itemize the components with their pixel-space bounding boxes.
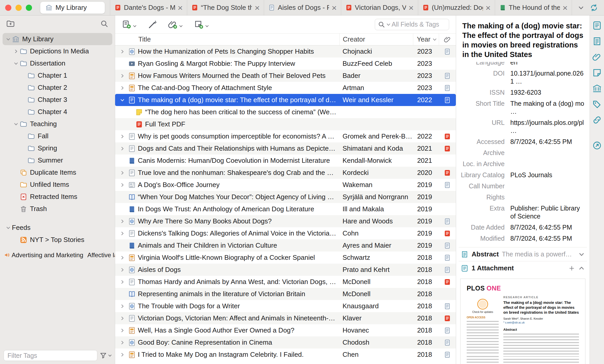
item-row[interactable]: Well, Has a Single Good Author Ever Owne…: [115, 324, 456, 336]
chevron-down-icon[interactable]: [578, 251, 585, 258]
item-row[interactable]: How the Humanization of Pets Is Changing…: [115, 45, 456, 58]
twisty-icon[interactable]: [12, 61, 20, 66]
libraries-collections-pane-button[interactable]: [592, 84, 602, 93]
field-value[interactable]: [510, 193, 584, 201]
attachments-pane-button[interactable]: [592, 52, 602, 62]
sidebar-item-duplicate-items[interactable]: Duplicate Items: [3, 166, 112, 179]
sidebar-item-chapter-3[interactable]: Chapter 3: [3, 94, 112, 106]
field-value[interactable]: 8/7/2024, 6:42:55 PM: [510, 138, 584, 146]
attachment-row[interactable]: Full Text PDF: [115, 118, 456, 130]
twisty-icon[interactable]: [119, 352, 126, 357]
sidebar-item-chapter-2[interactable]: Chapter 2: [3, 82, 112, 94]
item-row[interactable]: Why is pet goods consumption imperceptib…: [115, 130, 456, 142]
close-tab-icon[interactable]: ×: [178, 3, 183, 12]
field-value[interactable]: 1932-6203: [510, 88, 584, 96]
abstract-pane-button[interactable]: [592, 36, 602, 46]
tag-filter-options-icon[interactable]: [99, 352, 107, 359]
field-value[interactable]: [510, 160, 584, 168]
tags-pane-button[interactable]: [592, 99, 602, 109]
document-tab[interactable]: Dante's Dogs - Man×: [110, 0, 187, 15]
sidebar-item-summer[interactable]: Summer: [3, 154, 112, 166]
sidebar-item-unfiled-items[interactable]: Unfiled Items: [3, 179, 112, 191]
item-row[interactable]: Dickens's Talking Dogs: Allegories of An…: [115, 227, 456, 239]
chevron-up-icon[interactable]: [578, 265, 585, 272]
twisty-icon[interactable]: [119, 279, 126, 285]
item-row[interactable]: In Dogs We Trust: An Anthology of Americ…: [115, 203, 456, 215]
close-tab-icon[interactable]: ×: [409, 3, 414, 12]
abstract-section[interactable]: Abstract The media is a powerful forc…: [459, 247, 587, 261]
close-tab-icon[interactable]: ×: [486, 3, 491, 12]
twisty-icon[interactable]: [119, 340, 126, 345]
column-header-title[interactable]: Title: [115, 34, 339, 45]
tag-affective-labor[interactable]: Affective labor: [87, 252, 115, 258]
search-scope-chevron-icon[interactable]: [386, 22, 391, 27]
field-value[interactable]: 8/7/2024, 6:42:55 PM: [510, 234, 584, 242]
sidebar-item-retracted-items[interactable]: Retracted Items: [3, 191, 112, 203]
item-row[interactable]: Thomas Hardy and Animals by Anna West, a…: [115, 276, 456, 288]
sidebar-item-chapter-1[interactable]: Chapter 1: [3, 69, 112, 82]
twisty-icon[interactable]: [5, 37, 12, 42]
attachments-section[interactable]: 1 Attachment: [459, 261, 587, 275]
column-header-attachments[interactable]: [439, 34, 456, 45]
add-by-identifier-button[interactable]: [148, 20, 157, 29]
document-tab[interactable]: (Un)muzzled: Dogs ×: [418, 0, 495, 15]
field-value[interactable]: [510, 182, 584, 190]
sidebar-item-depictions-in-media[interactable]: Depictions In Media: [3, 45, 112, 57]
chevron-down-icon[interactable]: [108, 353, 112, 358]
sidebar-item-nyt-top-stories[interactable]: NYT > Top Stories: [3, 234, 112, 246]
tag-filter-input[interactable]: [4, 350, 97, 361]
document-tab[interactable]: Victorian Dogs, Vict×: [341, 0, 418, 15]
field-value[interactable]: The making of a (dog) mo …: [510, 100, 584, 116]
twisty-icon[interactable]: [119, 182, 126, 188]
field-value[interactable]: en: [510, 62, 584, 66]
twisty-icon[interactable]: [119, 316, 126, 321]
item-row[interactable]: The Cat-and-Dog Theory of Attachment Sty…: [115, 82, 456, 94]
item-row[interactable]: Aisles of DogsPrato and Kehrt2018: [115, 264, 456, 276]
twisty-icon[interactable]: [119, 255, 126, 260]
item-row[interactable]: Victorian Dogs, Victorian Men: Affect an…: [115, 312, 456, 324]
column-header-creator[interactable]: Creator: [339, 34, 413, 45]
sidebar-item-dissertation[interactable]: Dissertation: [3, 57, 112, 69]
twisty-icon[interactable]: [119, 98, 126, 103]
attachment-preview[interactable]: PLOSONE Check for updates OPEN ACCESS: [460, 279, 585, 364]
sidebar-item-teaching[interactable]: Teaching: [3, 118, 112, 130]
item-row[interactable]: A Dog's Box-Office JourneyWakeman2019: [115, 179, 456, 191]
twisty-icon[interactable]: [5, 225, 12, 230]
close-window-button[interactable]: [5, 5, 11, 11]
info-pane-button[interactable]: [592, 21, 602, 30]
item-row[interactable]: Good Boy: Canine Representation in Cinem…: [115, 336, 456, 349]
tab-my-library[interactable]: My Library: [40, 2, 105, 14]
field-value[interactable]: 8/7/2024, 6:42:55 PM: [510, 223, 584, 231]
sync-icon[interactable]: [590, 3, 598, 12]
twisty-icon[interactable]: [12, 49, 20, 54]
add-attachment-icon[interactable]: [568, 265, 575, 272]
twisty-icon[interactable]: [119, 73, 126, 78]
new-note-button[interactable]: [194, 20, 209, 29]
minimize-window-button[interactable]: [15, 5, 22, 11]
item-row[interactable]: “When Your Dog Matches Your Decor”: Obje…: [115, 191, 456, 203]
tab-list-chevron-icon[interactable]: [578, 4, 584, 11]
locate-button[interactable]: [592, 141, 602, 150]
item-row[interactable]: Animals and Their Children in Victorian …: [115, 239, 456, 252]
sidebar-item-trash[interactable]: Trash: [3, 203, 112, 215]
add-attachment-button[interactable]: [168, 20, 183, 29]
zoom-window-button[interactable]: [26, 5, 32, 11]
new-item-button[interactable]: [122, 20, 137, 29]
twisty-icon[interactable]: [119, 328, 126, 333]
close-tab-icon[interactable]: ×: [255, 3, 260, 12]
field-value[interactable]: [510, 149, 584, 157]
note-row[interactable]: “The dog hero has been critical to the s…: [115, 106, 456, 118]
new-collection-button[interactable]: [6, 19, 15, 28]
twisty-icon[interactable]: [119, 146, 126, 151]
document-tab[interactable]: The Hound of the B×: [495, 0, 572, 15]
item-row[interactable]: Representing animals in the literature o…: [115, 288, 456, 300]
twisty-icon[interactable]: [119, 267, 126, 272]
item-row[interactable]: How Famous Writers Mourned the Death of …: [115, 70, 456, 82]
item-row[interactable]: Dogs and Cats and Their Relationships wi…: [115, 142, 456, 155]
item-row[interactable]: True love and the nonhuman: Shakespeare'…: [115, 167, 456, 179]
twisty-icon[interactable]: [119, 170, 126, 175]
sidebar-item-fall[interactable]: Fall: [3, 130, 112, 142]
field-value[interactable]: https://journals.plos.org/pl …: [510, 119, 584, 135]
document-tab[interactable]: Aisles of Dogs - Pra×: [264, 0, 341, 15]
column-header-year[interactable]: Year: [413, 34, 439, 45]
